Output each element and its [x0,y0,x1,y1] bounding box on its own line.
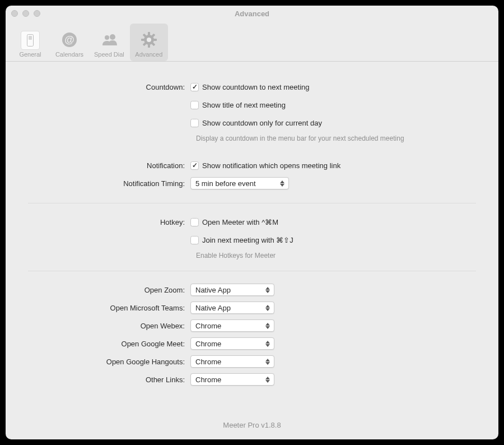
tab-label: General [19,51,41,58]
svg-point-15 [147,38,151,42]
svg-point-4 [105,35,109,40]
tab-label: Speed Dial [94,51,124,58]
gear-icon [138,30,160,50]
open-teams-label: Open Microsoft Teams: [28,304,190,312]
notification-section: Notification: Show notification which op… [28,149,476,198]
svg-rect-9 [141,39,144,41]
checkbox-label: Show notification which opens meeting li… [202,161,340,170]
tab-general[interactable]: General [11,24,49,61]
checkbox-label: Show countdown to next meeting [202,83,310,91]
minimize-button[interactable] [22,10,29,17]
tab-calendars[interactable]: @ Calendars [50,24,88,61]
tab-speed-dial[interactable]: Speed Dial [90,24,129,61]
content-area: Countdown: Show countdown to next meetin… [6,62,498,400]
tab-advanced[interactable]: Advanced [130,24,168,61]
select-value: Chrome [195,358,221,366]
open-hangouts-select[interactable]: Chrome [190,355,274,368]
checkbox-label: Show title of next meeting [202,101,286,109]
app-openers-section: Open Zoom: Native App Open Microsoft Tea… [28,276,476,395]
checkbox-label: Join next meeting with ⌘⇧J [202,236,293,244]
notification-timing-label: Notification Timing: [28,179,190,188]
tab-label: Calendars [55,51,83,58]
countdown-section: Countdown: Show countdown to next meetin… [28,73,476,149]
select-value: Chrome [195,340,221,348]
checkbox-label: Show countdown only for current day [202,119,322,127]
switch-icon [21,31,40,50]
open-meet-select[interactable]: Chrome [190,337,274,350]
zoom-button[interactable] [34,10,40,17]
at-sign-icon: @ [58,30,81,50]
svg-text:@: @ [64,34,74,45]
open-webex-select[interactable]: Chrome [190,319,274,332]
open-hangouts-label: Open Google Hangouts: [28,358,190,366]
checkbox-hotkey-open[interactable] [190,218,199,226]
select-value: Chrome [195,376,221,384]
hotkey-help: Enable Hotkeys for Meeter [196,249,476,261]
chevron-updown-icon [263,303,272,312]
hotkey-section: Hotkey: Open Meeter with ^⌘M Join next m… [28,208,476,266]
traffic-lights [11,10,40,17]
chevron-updown-icon [263,285,272,294]
toolbar: General @ Calendars Speed Dial [6,21,498,62]
svg-rect-8 [148,44,150,48]
open-zoom-select[interactable]: Native App [190,284,274,296]
svg-rect-10 [153,39,157,41]
checkbox-label: Open Meeter with ^⌘M [202,218,278,226]
open-teams-select[interactable]: Native App [190,302,274,314]
svg-point-5 [110,34,115,40]
open-meet-label: Open Google Meet: [28,340,190,348]
open-zoom-label: Open Zoom: [28,286,190,294]
select-value: 5 min before event [195,179,256,188]
chevron-updown-icon [263,321,272,330]
divider [28,271,476,271]
open-webex-label: Open Webex: [28,322,190,330]
other-links-label: Other Links: [28,376,190,384]
tab-label: Advanced [135,51,162,58]
preferences-window: Advanced General @ Calendars [6,6,498,439]
close-button[interactable] [11,10,18,17]
svg-rect-1 [29,36,32,40]
checkbox-hotkey-join[interactable] [190,236,199,244]
checkbox-show-notification[interactable] [190,161,199,170]
select-value: Chrome [195,322,221,330]
chevron-updown-icon [263,357,272,366]
divider [28,203,476,203]
select-value: Native App [195,304,231,312]
other-links-select[interactable]: Chrome [190,373,274,386]
countdown-help: Display a countdown in the menu bar for … [196,132,476,143]
svg-rect-7 [148,32,150,35]
select-value: Native App [195,286,231,294]
checkbox-current-day[interactable] [190,119,199,127]
hotkey-label: Hotkey: [28,218,190,226]
notification-label: Notification: [28,161,190,170]
titlebar: Advanced [6,6,498,21]
chevron-updown-icon [278,179,287,188]
window-title: Advanced [235,10,269,18]
notification-timing-select[interactable]: 5 min before event [190,177,289,189]
chevron-updown-icon [263,339,272,348]
version-footer: Meeter Pro v1.8.8 [6,421,498,429]
checkbox-show-title[interactable] [190,101,199,109]
people-icon [98,30,120,50]
checkbox-show-countdown[interactable] [190,83,199,91]
chevron-updown-icon [263,375,272,384]
countdown-label: Countdown: [28,83,190,91]
